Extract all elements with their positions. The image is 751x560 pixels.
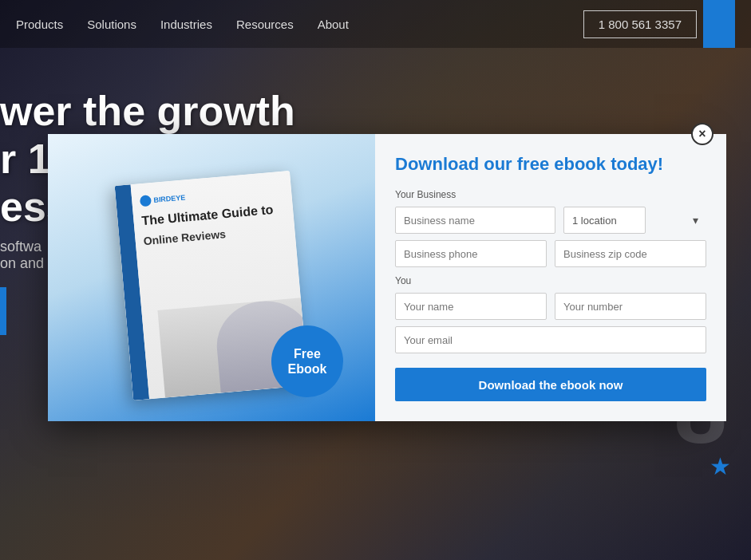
you-label: You: [395, 275, 706, 286]
business-zip-input[interactable]: [555, 240, 706, 267]
nav-links: Products Solutions Industries Resources …: [16, 18, 583, 31]
free-ebook-badge: Free Ebook: [271, 325, 343, 397]
you-section: You: [395, 275, 706, 353]
phone-button[interactable]: 1 800 561 3357: [583, 10, 697, 38]
modal-form-panel: Download our free ebook today! Your Busi…: [375, 134, 726, 421]
location-select[interactable]: 1 location 2-5 locations 6-10 locations …: [563, 207, 646, 234]
free-badge-line2: Ebook: [288, 361, 327, 377]
your-business-label: Your Business: [395, 189, 706, 200]
form-row-name-number: [395, 293, 706, 320]
download-ebook-button[interactable]: Download the ebook now: [395, 368, 706, 401]
free-badge-line1: Free: [294, 346, 321, 361]
nav-cta-button[interactable]: [703, 0, 735, 48]
location-select-wrapper: 1 location 2-5 locations 6-10 locations …: [563, 207, 706, 234]
hero-subtext1: softwa: [0, 239, 42, 254]
form-row-email: [395, 326, 706, 353]
birdeye-logo-text: BIRDEYE: [153, 193, 186, 203]
nav-resources[interactable]: Resources: [236, 18, 294, 31]
navbar: Products Solutions Industries Resources …: [0, 0, 751, 48]
hero-subtext2: on and: [0, 255, 44, 271]
your-email-input[interactable]: [395, 326, 706, 353]
nav-solutions[interactable]: Solutions: [87, 18, 136, 31]
business-phone-input[interactable]: [395, 240, 547, 267]
nav-industries[interactable]: Industries: [160, 18, 212, 31]
nav-products[interactable]: Products: [16, 18, 63, 31]
business-name-input[interactable]: [395, 207, 555, 234]
hero-line1: wer the growth: [0, 88, 295, 134]
form-row-business: 1 location 2-5 locations 6-10 locations …: [395, 207, 706, 234]
modal-title: Download our free ebook today!: [395, 154, 706, 175]
ebook-modal: × BIRDEYE The Ultimate Guide to Online R…: [48, 134, 702, 421]
birdeye-logo-icon: [140, 195, 152, 207]
accent-bar: [0, 287, 6, 335]
hero-star: ★: [709, 452, 731, 480]
your-name-input[interactable]: [395, 293, 547, 320]
form-row-phone-zip: [395, 240, 706, 267]
close-button[interactable]: ×: [691, 123, 713, 145]
nav-about[interactable]: About: [318, 18, 349, 31]
your-number-input[interactable]: [555, 293, 706, 320]
modal-book-panel: BIRDEYE The Ultimate Guide to Online Rev…: [48, 134, 375, 421]
